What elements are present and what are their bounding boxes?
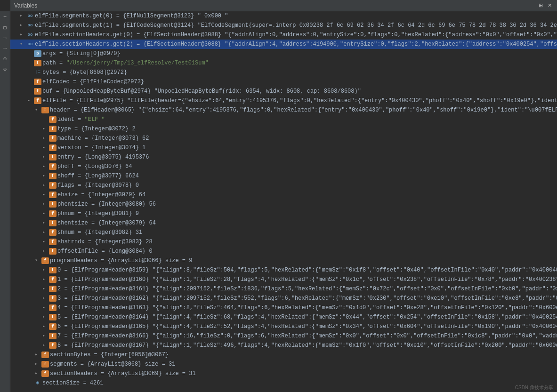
f-icon: f	[49, 201, 57, 208]
f-icon: f	[49, 135, 57, 142]
table-row[interactable]: f path = "/Users/jerry/Tmp/13_elfResolve…	[10, 58, 557, 68]
table-row[interactable]: f 6 = {ElfProgramHeader@3165} "{"align":…	[10, 322, 557, 331]
f-icon: f	[49, 229, 57, 236]
table-row[interactable]: ◉ sectionSize = 4261	[10, 378, 557, 388]
table-row[interactable]: f 5 = {ElfProgramHeader@3164} "{"align":…	[10, 312, 557, 322]
table-row[interactable]: f 4 = {ElfProgramHeader@3163} "{"align":…	[10, 303, 557, 312]
arrow-icon[interactable]	[20, 21, 26, 30]
arrow-icon[interactable]	[42, 275, 49, 284]
arrow-icon[interactable]	[20, 40, 26, 49]
table-row[interactable]: f phentsize = {Integer@3080} 56	[10, 200, 557, 209]
arrow-icon[interactable]	[42, 181, 49, 190]
row-content: shoff = {Long@3077} 6624	[57, 171, 557, 181]
table-row[interactable]: f 8 = {ElfProgramHeader@3167} "{"align":…	[10, 341, 557, 350]
table-row[interactable]: f 0 = {ElfProgramHeader@3159} "{"align":…	[10, 265, 557, 275]
f-icon: f	[49, 126, 57, 132]
table-row[interactable]: f shstrndx = {Integer@3083} 28	[10, 237, 557, 247]
row-content: bytes = {byte[8608]@2972}	[42, 68, 557, 77]
row-content: elfFile.segments.get(0) = {ElfNullSegmen…	[35, 11, 557, 21]
arrow-icon[interactable]	[42, 152, 49, 162]
arrow-icon[interactable]	[35, 360, 41, 369]
table-row[interactable]: f shentsize = {Integer@3079} 64	[10, 218, 557, 228]
arrow-icon[interactable]	[42, 228, 49, 237]
table-row[interactable]: f 7 = {ElfProgramHeader@3166} "{"align":…	[10, 331, 557, 341]
table-row[interactable]: oo elfFile.segments.get(0) = {ElfNullSeg…	[10, 11, 557, 21]
left-sidebar: + ⊟ → → ⊙ ⊙	[0, 11, 10, 392]
tree-container[interactable]: oo elfFile.segments.get(0) = {ElfNullSeg…	[10, 11, 557, 392]
f-icon: f	[41, 257, 49, 264]
table-row[interactable]: oo elfFile.segments.get(1) = {ElfCodeSeg…	[10, 21, 557, 30]
arrow-icon[interactable]	[20, 11, 26, 21]
table-row[interactable]: f sectionHeaders = {ArrayList@3069} size…	[10, 369, 557, 378]
table-row[interactable]: f offsetInFile = {Long@3084} 0	[10, 247, 557, 256]
table-row[interactable]: := bytes = {byte[8608]@2972}	[10, 68, 557, 77]
arrow-icon[interactable]	[42, 331, 49, 341]
f-icon: f	[49, 248, 57, 255]
arrow-icon[interactable]	[35, 256, 41, 265]
table-row[interactable]: oo elfFile.sectionHeaders.get(0) = {ElfS…	[10, 30, 557, 40]
sidebar-icon-step-into[interactable]: →	[1, 44, 9, 53]
table-row[interactable]: f elfCodec = {ElfFileCodec@2973}	[10, 77, 557, 87]
arrow-icon[interactable]	[35, 350, 41, 360]
table-row[interactable]: f segments = {ArrayList@3068} size = 31	[10, 360, 557, 369]
table-row[interactable]: f flags = {Integer@3078} 0	[10, 181, 557, 190]
arrow-icon[interactable]	[35, 369, 41, 378]
p-icon: p	[34, 50, 41, 57]
f-icon: f	[49, 173, 57, 179]
table-row[interactable]: f header = {ElfHeader@3065} "{"ehsize":6…	[10, 105, 557, 115]
row-content: sectionBytes = {Integer[6056]@3067}	[50, 350, 557, 360]
table-row[interactable]: f phnum = {Integer@3081} 9	[10, 209, 557, 218]
arrow-icon[interactable]	[35, 105, 41, 115]
table-row[interactable]: f phoff = {Long@3076} 64	[10, 162, 557, 171]
table-row[interactable]: f sectionBytes = {Integer[6056]@3067}	[10, 350, 557, 360]
arrow-icon[interactable]	[20, 30, 26, 40]
arrow-icon[interactable]	[42, 322, 49, 331]
arrow-icon[interactable]	[42, 200, 49, 209]
arrow-icon[interactable]	[42, 134, 49, 143]
row-content: elfFile.sectionHeaders.get(2) = {ElfSect…	[35, 40, 557, 49]
table-row[interactable]: oo elfFile.sectionHeaders.get(2) = {ElfS…	[10, 40, 557, 49]
sidebar-icon-step-over[interactable]: →	[1, 34, 9, 42]
arrow-icon[interactable]	[42, 143, 49, 152]
table-row[interactable]: f buf = {UnpooledHeapByteBuf@2974} "Unpo…	[10, 87, 557, 96]
arrow-icon[interactable]	[42, 247, 49, 256]
close-button[interactable]: ✕	[546, 2, 553, 9]
arrow-icon[interactable]	[42, 209, 49, 218]
arrow-icon[interactable]	[42, 312, 49, 322]
table-row[interactable]: f 3 = {ElfProgramHeader@3162} "{"align":…	[10, 294, 557, 303]
table-row[interactable]: f ehsize = {Integer@3079} 64	[10, 190, 557, 200]
table-row[interactable]: f 2 = {ElfProgramHeader@3161} "{"align":…	[10, 284, 557, 294]
table-row[interactable]: f 1 = {ElfProgramHeader@3160} "{"align":…	[10, 275, 557, 284]
arrow-icon[interactable]	[42, 171, 49, 181]
sidebar-icon-collapse[interactable]: ⊟	[1, 24, 9, 32]
arrow-icon[interactable]	[42, 294, 49, 303]
variables-panel: + ⊟ → → ⊙ ⊙ Variables ⊞ ✕ oo elfFile.seg…	[0, 0, 557, 392]
sidebar-icon-watch2[interactable]: ⊙	[1, 65, 9, 73]
arrow-icon[interactable]	[42, 124, 49, 134]
row-content: 5 = {ElfProgramHeader@3164} "{"align":4,…	[57, 312, 557, 322]
arrow-icon[interactable]	[42, 265, 49, 275]
arrow-icon[interactable]	[42, 284, 49, 294]
table-row[interactable]: f elfFile = {ElfFile@2975} "ElfFile{head…	[10, 96, 557, 105]
f-icon: f	[49, 304, 57, 311]
table-row[interactable]: f shoff = {Long@3077} 6624	[10, 171, 557, 181]
sidebar-icon-plus[interactable]: +	[1, 13, 9, 22]
arrow-icon[interactable]	[42, 341, 49, 350]
sidebar-icon-watch1[interactable]: ⊙	[1, 55, 9, 63]
table-row[interactable]: f entry = {Long@3075} 4195376	[10, 152, 557, 162]
f-icon: f	[34, 60, 41, 66]
arrow-icon[interactable]	[42, 218, 49, 228]
table-row[interactable]: f version = {Integer@3074} 1	[10, 143, 557, 152]
arrow-icon[interactable]	[42, 303, 49, 312]
expand-button[interactable]: ⊞	[537, 2, 544, 9]
arrow-icon[interactable]	[42, 190, 49, 200]
table-row[interactable]: f machine = {Integer@3073} 62	[10, 134, 557, 143]
arrow-icon[interactable]	[27, 96, 34, 105]
arrow-icon[interactable]	[42, 162, 49, 171]
table-row[interactable]: f type = {Integer@3072} 2	[10, 124, 557, 134]
table-row[interactable]: f ident = "ELF "	[10, 115, 557, 124]
table-row[interactable]: p args = {String[0]@2970}	[10, 49, 557, 58]
table-row[interactable]: f programHeaders = {ArrayList@3066} size…	[10, 256, 557, 265]
table-row[interactable]: f shnum = {Integer@3082} 31	[10, 228, 557, 237]
arrow-icon[interactable]	[42, 237, 49, 247]
